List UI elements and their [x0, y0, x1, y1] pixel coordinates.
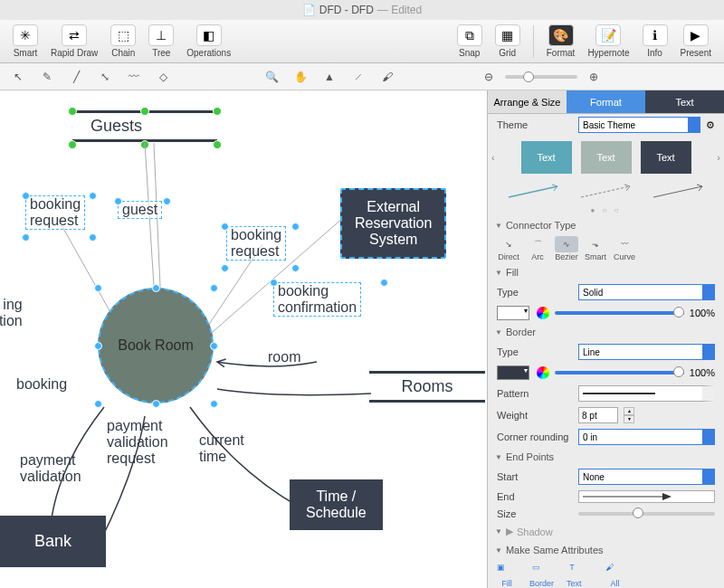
border-header[interactable]: Border: [488, 323, 724, 341]
arrow-style-1[interactable]: [507, 183, 561, 201]
weight-stepper[interactable]: ▴▾: [624, 407, 634, 423]
handle[interactable]: [94, 284, 102, 292]
line-tool-icon[interactable]: ╱: [65, 67, 87, 87]
shadow-header[interactable]: ▶ Shadow: [488, 522, 724, 541]
handle[interactable]: [221, 264, 229, 272]
booking-request-label-1[interactable]: booking request: [25, 195, 85, 230]
theme-swatch-1[interactable]: Text: [521, 141, 572, 174]
handle[interactable]: [221, 223, 229, 231]
handle[interactable]: [380, 279, 388, 287]
time-schedule-entity[interactable]: Time / Schedule: [290, 479, 383, 530]
start-endpoint-select[interactable]: None: [578, 469, 715, 485]
handle[interactable]: [213, 107, 222, 116]
fill-type-select[interactable]: Solid: [578, 284, 715, 300]
handle[interactable]: [94, 342, 102, 350]
handle[interactable]: [210, 284, 218, 292]
border-color-well[interactable]: ▾: [497, 365, 529, 380]
handle[interactable]: [210, 400, 218, 408]
handle[interactable]: [270, 279, 278, 287]
eyedrop-icon[interactable]: ✎: [36, 67, 58, 87]
chevron-left-icon[interactable]: ‹: [491, 152, 495, 163]
handle[interactable]: [94, 400, 102, 408]
dropper-icon[interactable]: ⟋: [348, 67, 369, 87]
rooms-data-store[interactable]: Rooms: [369, 371, 485, 403]
page-dots[interactable]: ● ○ ○: [488, 204, 724, 216]
operations-button[interactable]: ◧Operations: [181, 23, 236, 60]
gear-icon[interactable]: ⚙: [706, 119, 715, 131]
handle[interactable]: [163, 197, 171, 205]
handle[interactable]: [152, 400, 160, 408]
tree-button[interactable]: ⊥Tree: [143, 23, 179, 60]
endpoint-size-slider[interactable]: [578, 512, 715, 516]
color-wheel-icon[interactable]: [537, 307, 549, 319]
handle[interactable]: [114, 197, 122, 205]
smart-button[interactable]: ✳Smart: [7, 23, 43, 60]
handle[interactable]: [291, 223, 300, 231]
shape-tool-icon[interactable]: ◇: [152, 67, 174, 87]
tab-arrange[interactable]: Arrange & Size: [488, 90, 567, 114]
border-opacity-slider[interactable]: [555, 371, 684, 375]
connector-bezier[interactable]: ∿Bezier: [555, 236, 578, 261]
connector-curve[interactable]: 〰Curve: [613, 236, 636, 261]
zoom-slider[interactable]: [505, 75, 577, 79]
magnify-icon[interactable]: 🔍: [261, 67, 282, 87]
handle[interactable]: [140, 107, 149, 116]
connector-arc[interactable]: ⌒Arc: [526, 236, 549, 261]
same-fill-button[interactable]: ▣Fill: [497, 563, 517, 588]
connector-tool-icon[interactable]: ⤡: [94, 67, 116, 87]
curve-tool-icon[interactable]: 〰: [123, 67, 145, 87]
pattern-select[interactable]: [578, 385, 715, 402]
pointer-tool-icon[interactable]: ↖: [7, 67, 29, 87]
same-all-button[interactable]: 🖌All: [605, 563, 625, 588]
theme-swatch-3[interactable]: Text: [641, 141, 691, 174]
fill-header[interactable]: Fill: [488, 263, 724, 281]
grid-button[interactable]: ▦Grid: [490, 23, 526, 60]
endpoints-header[interactable]: End Points: [488, 448, 724, 466]
booking-request-label-2[interactable]: booking request: [226, 226, 286, 261]
snap-button[interactable]: ⧉Snap: [452, 23, 488, 60]
zoom-in-icon[interactable]: ⊕: [583, 67, 605, 87]
handle[interactable]: [89, 192, 97, 200]
handle[interactable]: [89, 233, 97, 242]
brush-icon[interactable]: 🖌: [376, 67, 398, 87]
handle[interactable]: [68, 107, 77, 116]
fill-opacity-slider[interactable]: [555, 311, 684, 315]
same-text-button[interactable]: TText Format: [567, 563, 593, 588]
same-border-button[interactable]: ▭Border: [529, 563, 554, 588]
handle[interactable]: [68, 140, 77, 149]
theme-select[interactable]: Basic Theme: [578, 117, 700, 133]
book-room-process[interactable]: Book Room: [98, 288, 214, 403]
handle[interactable]: [291, 264, 300, 272]
info-button[interactable]: ℹInfo: [637, 23, 673, 60]
present-button[interactable]: ▶Present: [675, 23, 717, 60]
external-reservation-entity[interactable]: External Reservation System: [340, 188, 446, 259]
diagram-canvas[interactable]: Guests booking request guest booking req…: [0, 90, 487, 588]
weight-field[interactable]: 8 pt: [578, 407, 618, 423]
connector-smart[interactable]: ⬎Smart: [584, 236, 607, 261]
guest-label[interactable]: guest: [118, 201, 162, 219]
arrow-style-2[interactable]: [579, 183, 634, 201]
tab-format[interactable]: Format: [567, 90, 645, 114]
handle[interactable]: [213, 140, 222, 149]
tab-text[interactable]: Text: [645, 90, 724, 114]
connector-direct[interactable]: ↘Direct: [497, 236, 520, 261]
rapid-draw-button[interactable]: ⇄Rapid Draw: [45, 23, 103, 60]
theme-swatch-2[interactable]: Text: [581, 141, 632, 174]
hand-tool-icon[interactable]: ✋: [290, 67, 311, 87]
booking-confirmation-label[interactable]: booking confirmation: [273, 282, 361, 317]
fill-color-well[interactable]: ▾: [497, 306, 529, 320]
handle[interactable]: [152, 284, 160, 292]
handle[interactable]: [22, 192, 30, 200]
corner-select[interactable]: 0 in: [578, 429, 715, 445]
stamp-tool-icon[interactable]: ▲: [319, 67, 340, 87]
chevron-right-icon[interactable]: ›: [717, 152, 720, 163]
handle[interactable]: [22, 233, 30, 242]
end-endpoint-select[interactable]: [578, 490, 715, 503]
bank-entity[interactable]: Bank: [0, 516, 106, 567]
arrow-style-3[interactable]: [652, 183, 706, 201]
chain-button[interactable]: ⬚Chain: [105, 23, 141, 60]
hypernote-button[interactable]: 📝Hypernote: [582, 23, 634, 60]
handle[interactable]: [210, 342, 218, 350]
border-type-select[interactable]: Line: [578, 344, 715, 360]
connector-type-header[interactable]: Connector Type: [488, 216, 724, 234]
